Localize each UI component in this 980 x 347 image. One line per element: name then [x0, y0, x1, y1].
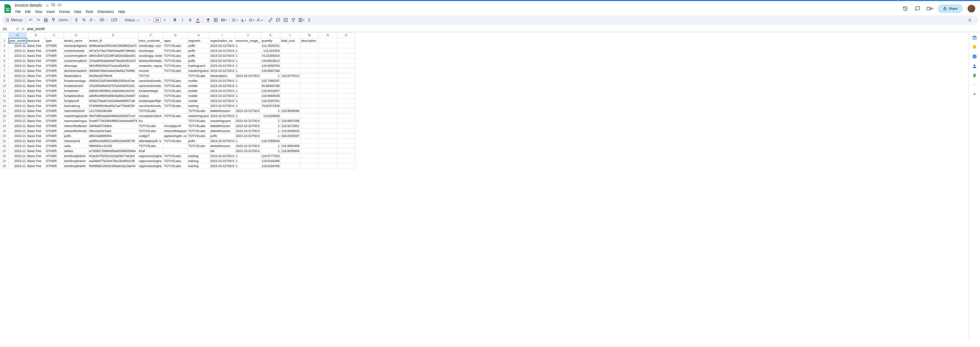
- cell-O22[interactable]: [337, 143, 355, 148]
- italic-icon[interactable]: I: [179, 16, 186, 24]
- cell-I6[interactable]: 2023-10-31T00:0: [210, 63, 235, 68]
- cell-L12[interactable]: [280, 93, 300, 98]
- cell-D21[interactable]: robsonprod: [64, 138, 89, 143]
- cell-B15[interactable]: Basic Fee: [27, 108, 45, 113]
- cell-O25[interactable]: [337, 158, 355, 164]
- cell-M4[interactable]: [300, 53, 319, 58]
- undo-icon[interactable]: ↶: [27, 16, 34, 24]
- cell-H13[interactable]: mobile: [187, 98, 209, 103]
- cell-B11[interactable]: Basic Fee: [27, 88, 45, 93]
- cell-D15[interactable]: marcostestunif: [64, 108, 89, 113]
- cell-A16[interactable]: 2023-11: [9, 113, 27, 118]
- cell-G11[interactable]: TOTVSLabs: [163, 88, 188, 93]
- cell-B23[interactable]: Basic Fee: [27, 148, 45, 153]
- cell-C15[interactable]: OTHER: [45, 108, 64, 113]
- cell-F10[interactable]: carolclockinweb,: [138, 83, 163, 88]
- cell-F24[interactable]: sqlprocessingtra: [138, 153, 163, 158]
- cell-O23[interactable]: [337, 148, 355, 153]
- bold-icon[interactable]: B: [171, 16, 178, 24]
- column-header-F[interactable]: F: [138, 32, 163, 38]
- cell-F5[interactable]: testdoublerelatio: [138, 58, 163, 63]
- cell-M10[interactable]: [300, 83, 319, 88]
- cell-I2[interactable]: 2023-10-31T00:0: [210, 43, 235, 48]
- cell-L21[interactable]: [280, 138, 300, 143]
- cell-N7[interactable]: [319, 68, 337, 73]
- cell-J12[interactable]: 1: [235, 93, 260, 98]
- column-header-D[interactable]: D: [64, 32, 89, 38]
- row-header-11[interactable]: 11: [0, 88, 9, 93]
- cell-I15[interactable]: deletethissoon: [210, 108, 235, 113]
- cell-N18[interactable]: [319, 123, 337, 128]
- cell-M13[interactable]: [300, 98, 319, 103]
- cell-N10[interactable]: [319, 83, 337, 88]
- calendar-icon[interactable]: 31: [972, 35, 977, 40]
- column-header-L[interactable]: L: [280, 32, 300, 38]
- cell-F20[interactable]: codigoT: [138, 134, 163, 138]
- merge-cells-icon[interactable]: ▾: [220, 16, 228, 24]
- cell-O14[interactable]: [337, 103, 355, 108]
- cell-M11[interactable]: [300, 88, 319, 93]
- cell-H5[interactable]: poffo: [187, 58, 209, 63]
- cell-K11[interactable]: 119.9322827: [261, 88, 280, 93]
- cell-I8[interactable]: fastanalytics: [210, 73, 235, 78]
- cell-I18[interactable]: deletethissoon: [210, 123, 235, 128]
- cell-N3[interactable]: [319, 48, 337, 53]
- cell-M14[interactable]: [300, 103, 319, 108]
- cell-A25[interactable]: 2023-11: [9, 158, 27, 164]
- cell-E3[interactable]: b57a7e74a1764003aa987288a61: [88, 48, 138, 53]
- cell-N14[interactable]: [319, 103, 337, 108]
- cell-N1[interactable]: [319, 38, 337, 43]
- cell-E7[interactable]: 00b66d7bb91a4e43ae8e17649fb: [88, 68, 138, 73]
- cell-F23[interactable]: 61af: [138, 148, 163, 153]
- cell-E10[interactable]: 2510054dfd434767b443e631531: [88, 83, 138, 88]
- name-box[interactable]: [2, 26, 16, 32]
- cell-I20[interactable]: poffo: [210, 134, 235, 138]
- cell-A12[interactable]: 2023-11: [9, 93, 27, 98]
- cell-G22[interactable]: [163, 143, 188, 148]
- cell-F21[interactable]: afterdeploy30, b: [138, 138, 163, 143]
- cell-E19[interactable]: 39cc2a41b7aa4: [88, 128, 138, 134]
- cell-J19[interactable]: 2023-10-31T00:0: [235, 128, 260, 134]
- cell-E12[interactable]: a8ef81ef8b58409c9a89e229dd67: [88, 93, 138, 98]
- cell-J3[interactable]: 1: [235, 48, 260, 53]
- cell-H3[interactable]: poffo: [187, 48, 209, 53]
- row-header-9[interactable]: 9: [0, 78, 9, 83]
- cell-D5[interactable]: customersqltech: [64, 58, 89, 63]
- increase-decimal-icon[interactable]: .00 →: [98, 16, 109, 24]
- row-header-4[interactable]: 4: [0, 53, 9, 58]
- cell-D12[interactable]: furtadotoolbox: [64, 93, 89, 98]
- cell-K20[interactable]: 1: [261, 134, 280, 138]
- cell-G6[interactable]: TOTVSLabs: [163, 63, 188, 68]
- row-header-15[interactable]: 15: [0, 108, 9, 113]
- cell-K19[interactable]: 1: [261, 128, 280, 134]
- cell-D25[interactable]: techfinsqltrainin: [64, 158, 89, 164]
- cell-C17[interactable]: OTHER: [45, 118, 64, 123]
- cell-E5[interactable]: 370ad645da8d4e078ea81d51415: [88, 58, 138, 63]
- cell-A1[interactable]: year_month: [9, 38, 27, 43]
- cell-G9[interactable]: TOTVSLabs: [163, 78, 188, 83]
- cell-C9[interactable]: OTHER: [45, 78, 64, 83]
- cell-N12[interactable]: [319, 93, 337, 98]
- cell-L24[interactable]: [280, 153, 300, 158]
- cell-B26[interactable]: Basic Fee: [27, 164, 45, 169]
- cell-E6[interactable]: b63cff09204247ea2ed5af42d: [88, 63, 138, 68]
- cell-F19[interactable]: TOTVSLabs: [138, 128, 163, 134]
- cell-A10[interactable]: 2023-11: [9, 83, 27, 88]
- cell-O6[interactable]: [337, 63, 355, 68]
- percent-icon[interactable]: %: [80, 16, 88, 24]
- cell-C18[interactable]: OTHER: [45, 123, 64, 128]
- cell-H25[interactable]: training: [187, 158, 209, 164]
- cell-I26[interactable]: 2023-10-31T00:0: [210, 164, 235, 169]
- cell-I23[interactable]: tail: [210, 148, 235, 153]
- cell-G23[interactable]: [163, 148, 188, 153]
- cell-N5[interactable]: [319, 58, 337, 63]
- cell-E2[interactable]: d09feae0a15f42c6b15fb98020a73: [88, 43, 138, 48]
- cell-F15[interactable]: TOTVSLabs: [138, 108, 163, 113]
- cell-F3[interactable]: clockinapp: [138, 48, 163, 53]
- cell-F25[interactable]: sqlprocessingtra: [138, 158, 163, 164]
- cell-E22[interactable]: f960063cc31242: [88, 143, 138, 148]
- cell-L4[interactable]: [280, 53, 300, 58]
- column-header-E[interactable]: E: [88, 32, 138, 38]
- cell-B13[interactable]: Basic Fee: [27, 98, 45, 103]
- row-header-23[interactable]: 23: [0, 148, 9, 153]
